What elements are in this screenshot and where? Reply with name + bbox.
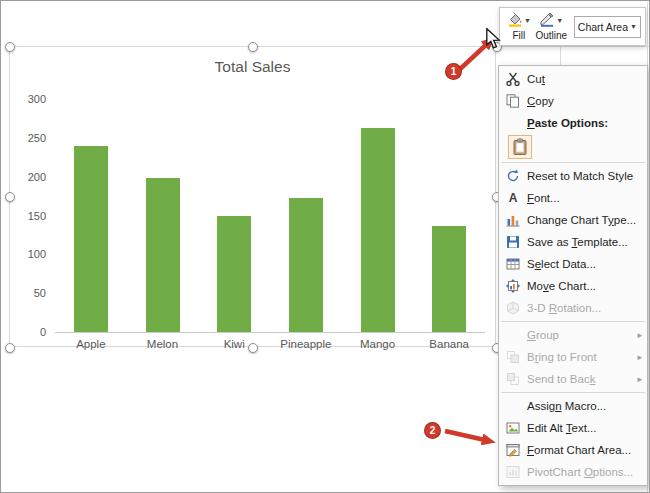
y-tick-label: 150 — [28, 209, 46, 223]
chart-title[interactable]: Total Sales — [10, 58, 495, 76]
y-tick-label: 50 — [34, 286, 46, 300]
submenu-arrow-icon: ▸ — [637, 352, 642, 362]
bring-front-icon — [503, 349, 523, 365]
annotation-arrow-2 — [441, 425, 501, 451]
copy-icon — [503, 93, 523, 109]
mini-toolbar: ▼ Fill ▼ Outline Chart Area ▼ — [499, 7, 646, 46]
y-tick-label: 300 — [28, 92, 46, 106]
bar-banana[interactable] — [432, 226, 466, 332]
category-label: Kiwi — [198, 338, 270, 350]
chevron-down-icon[interactable]: ▼ — [524, 17, 531, 24]
chevron-down-icon[interactable]: ▼ — [556, 17, 563, 24]
worksheet-gridline — [647, 2, 648, 65]
chart-element-selector-value: Chart Area — [578, 21, 628, 33]
menu-item-save-as-template[interactable]: Save as Template... — [499, 231, 647, 253]
menu-item-label: Reset to Match Style — [527, 170, 642, 182]
worksheet-gridline — [498, 46, 650, 47]
menu-separator — [501, 321, 645, 322]
y-axis: 050100150200250300 — [12, 99, 48, 332]
menu-item-cut[interactable]: Cut — [499, 68, 647, 90]
menu-item-label: Change Chart Type... — [527, 214, 642, 226]
scissors-icon — [503, 71, 523, 87]
category-label: Melon — [127, 338, 199, 350]
outline-button-label: Outline — [535, 30, 567, 41]
bar-melon[interactable] — [146, 178, 180, 332]
category-label: Apple — [55, 338, 127, 350]
no-icon — [503, 115, 523, 131]
y-tick-label: 200 — [28, 170, 46, 184]
menu-item-3-d-rotation: 3-D Rotation... — [499, 297, 647, 319]
bar-kiwi[interactable] — [217, 216, 251, 333]
menu-item-label: Select Data... — [527, 258, 642, 270]
pivotchart-icon — [503, 464, 523, 480]
chevron-down-icon[interactable]: ▼ — [630, 23, 637, 30]
save-template-icon — [503, 234, 523, 250]
menu-item-pivotchart-options: PivotChart Options... — [499, 461, 647, 483]
no-icon — [503, 327, 523, 343]
menu-item-paste-options[interactable]: Paste Options: — [499, 112, 647, 134]
menu-item-label: Send to Back — [527, 373, 637, 385]
move-chart-icon — [503, 278, 523, 294]
outline-button[interactable]: ▼ Outline — [534, 13, 569, 41]
fill-button[interactable]: ▼ Fill — [504, 13, 534, 41]
selection-handle[interactable] — [248, 343, 258, 353]
menu-item-format-chart-area[interactable]: Format Chart Area... — [499, 439, 647, 461]
category-label: Pineapple — [270, 338, 342, 350]
menu-item-label: Edit Alt Text... — [527, 422, 642, 434]
fill-bucket-icon — [507, 11, 523, 31]
selection-handle[interactable] — [248, 42, 258, 52]
menu-item-label: Move Chart... — [527, 280, 642, 292]
x-axis-labels: AppleMelonKiwiPineappleMangoBanana — [55, 338, 485, 350]
menu-item-label: Copy — [527, 95, 642, 107]
selection-handle[interactable] — [5, 192, 15, 202]
menu-item-label: Paste Options: — [527, 117, 642, 129]
chart-type-icon — [503, 212, 523, 228]
menu-separator — [501, 392, 645, 393]
category-label: Banana — [413, 338, 485, 350]
menu-item-copy[interactable]: Copy — [499, 90, 647, 112]
menu-item-assign-macro[interactable]: Assign Macro... — [499, 395, 647, 417]
alt-text-icon — [503, 420, 523, 436]
chart-object[interactable]: Total Sales 050100150200250300 AppleMelo… — [9, 46, 496, 347]
category-label: Mango — [342, 338, 414, 350]
y-tick-label: 250 — [28, 131, 46, 145]
excel-chart-screenshot: Total Sales 050100150200250300 AppleMelo… — [0, 0, 650, 493]
menu-item-label: Group — [527, 329, 637, 341]
send-back-icon — [503, 371, 523, 387]
selection-handle[interactable] — [5, 343, 15, 353]
menu-item-group: Group▸ — [499, 324, 647, 346]
bar-mango[interactable] — [361, 128, 395, 332]
menu-item-reset-to-match-style[interactable]: Reset to Match Style — [499, 165, 647, 187]
fill-button-label: Fill — [512, 30, 525, 41]
context-menu: CutCopyPaste Options:Reset to Match Styl… — [498, 65, 648, 486]
menu-item-change-chart-type[interactable]: Change Chart Type... — [499, 209, 647, 231]
plot-area[interactable] — [55, 99, 485, 333]
bar-pineapple[interactable] — [289, 198, 323, 332]
chart-element-selector[interactable]: Chart Area ▼ — [574, 16, 641, 38]
menu-item-label: Format Chart Area... — [527, 444, 642, 456]
menu-item-label: PivotChart Options... — [527, 466, 642, 478]
step-2-badge: 2 — [424, 422, 441, 439]
format-chart-area-icon — [503, 442, 523, 458]
clipboard-icon[interactable] — [508, 135, 532, 159]
menu-separator — [501, 162, 645, 163]
menu-item-bring-to-front: Bring to Front▸ — [499, 346, 647, 368]
bar-apple[interactable] — [74, 146, 108, 332]
menu-item-label: Save as Template... — [527, 236, 642, 248]
worksheet-gridline — [560, 46, 561, 65]
menu-item-label: 3-D Rotation... — [527, 302, 642, 314]
menu-item-font[interactable]: AFont... — [499, 187, 647, 209]
reset-style-icon — [503, 168, 523, 184]
menu-item-edit-alt-text[interactable]: Edit Alt Text... — [499, 417, 647, 439]
y-tick-label: 0 — [40, 325, 46, 339]
step-1-badge: 1 — [445, 63, 462, 80]
menu-item-label: Bring to Front — [527, 351, 637, 363]
submenu-arrow-icon: ▸ — [637, 374, 642, 384]
no-icon — [503, 398, 523, 414]
menu-item-move-chart[interactable]: Move Chart... — [499, 275, 647, 297]
outline-pen-icon — [539, 11, 555, 31]
submenu-arrow-icon: ▸ — [637, 330, 642, 340]
menu-item-select-data[interactable]: Select Data... — [499, 253, 647, 275]
font-icon: A — [503, 190, 523, 206]
selection-handle[interactable] — [5, 42, 15, 52]
